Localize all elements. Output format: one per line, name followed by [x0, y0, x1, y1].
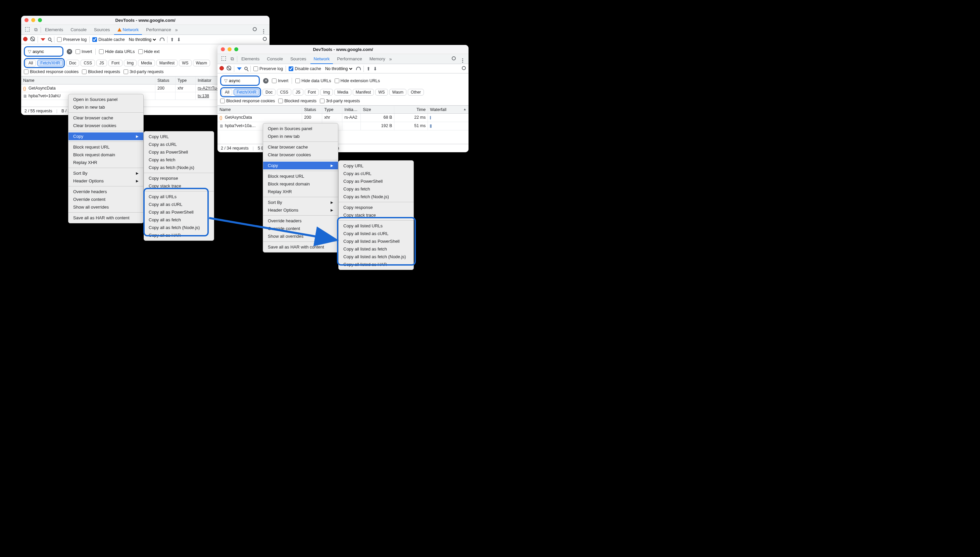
- upload-icon[interactable]: ⬆: [170, 37, 174, 42]
- menu-replay-xhr[interactable]: Replay XHR: [69, 159, 143, 166]
- menu-copy[interactable]: Copy▶: [69, 132, 143, 140]
- menu-clear-cache[interactable]: Clear browser cache: [69, 114, 143, 122]
- tab-performance[interactable]: Performance: [333, 54, 365, 64]
- clear-icon[interactable]: [30, 37, 35, 42]
- menu-open-new-tab[interactable]: Open in new tab: [69, 103, 143, 111]
- tab-memory[interactable]: Memory: [366, 54, 389, 64]
- menu-copy-curl[interactable]: Copy as cURL: [144, 140, 214, 148]
- col-size[interactable]: Size: [361, 106, 394, 113]
- clear-filter-icon[interactable]: ✕: [67, 49, 72, 54]
- record-icon[interactable]: [219, 66, 224, 72]
- menu-copy-fetch-node[interactable]: Copy as fetch (Node.js): [339, 193, 413, 200]
- menu-copy-response[interactable]: Copy response: [339, 204, 413, 211]
- titlebar[interactable]: DevTools - www.google.com/: [21, 16, 270, 25]
- menu-replay-xhr[interactable]: Replay XHR: [263, 188, 338, 195]
- settings-icon[interactable]: [450, 56, 458, 62]
- menu-save-har[interactable]: Save all as HAR with content: [69, 214, 143, 221]
- col-type[interactable]: Type: [322, 106, 342, 113]
- search-icon[interactable]: [48, 37, 51, 42]
- clear-filter-icon[interactable]: ✕: [263, 78, 268, 83]
- col-status[interactable]: Status: [155, 77, 176, 84]
- menu-header-options[interactable]: Header Options▶: [69, 177, 143, 185]
- chip-img[interactable]: Img: [124, 60, 137, 67]
- menu-copy-all-listed-fetch-node[interactable]: Copy all listed as fetch (Node.js): [339, 253, 413, 261]
- minimize-icon[interactable]: [227, 47, 232, 51]
- menu-show-overrides[interactable]: Show all overrides: [69, 203, 143, 211]
- col-status[interactable]: Status: [302, 106, 322, 113]
- download-icon[interactable]: ⬇: [177, 37, 181, 42]
- menu-copy-all-curl[interactable]: Copy all as cURL: [144, 200, 214, 208]
- chip-all[interactable]: All: [26, 60, 36, 67]
- tab-network[interactable]: Network: [114, 25, 142, 35]
- chip-manifest[interactable]: Manifest: [353, 89, 374, 96]
- menu-copy-url[interactable]: Copy URL: [339, 162, 413, 170]
- menu-copy-stack[interactable]: Copy stack trace: [339, 211, 413, 219]
- network-conditions-icon[interactable]: [356, 67, 361, 71]
- chip-font[interactable]: Font: [305, 89, 319, 96]
- chip-fetch-xhr[interactable]: Fetch/XHR: [234, 89, 260, 96]
- menu-clear-cache[interactable]: Clear browser cache: [263, 143, 338, 151]
- third-party-checkbox[interactable]: 3rd-party requests: [320, 99, 360, 103]
- device-icon[interactable]: ⧉: [32, 27, 40, 33]
- clear-icon[interactable]: [227, 66, 231, 72]
- preserve-log-checkbox[interactable]: Preserve log: [57, 37, 87, 42]
- menu-copy-all-listed-har[interactable]: Copy all listed as HAR: [339, 261, 413, 268]
- blocked-cookies-checkbox[interactable]: Blocked response cookies: [24, 69, 78, 74]
- hide-data-urls-checkbox[interactable]: Hide data URLs: [99, 49, 135, 54]
- menu-clear-cookies[interactable]: Clear browser cookies: [69, 122, 143, 129]
- tab-sources[interactable]: Sources: [91, 25, 113, 34]
- tab-sources[interactable]: Sources: [287, 54, 310, 64]
- maximize-icon[interactable]: [234, 47, 238, 51]
- menu-copy-all-fetch-node[interactable]: Copy all as fetch (Node.js): [144, 224, 214, 231]
- menu-open-sources[interactable]: Open in Sources panel: [69, 96, 143, 103]
- search-icon[interactable]: [244, 67, 248, 71]
- col-name[interactable]: Name: [217, 106, 302, 113]
- filter-toggle-icon[interactable]: [237, 67, 242, 71]
- menu-open-sources[interactable]: Open in Sources panel: [263, 125, 338, 132]
- chip-img[interactable]: Img: [320, 89, 333, 96]
- menu-override-content[interactable]: Override content: [69, 195, 143, 203]
- col-initiator[interactable]: Initia…: [342, 106, 361, 113]
- chip-js[interactable]: JS: [96, 60, 107, 67]
- tab-console[interactable]: Console: [67, 25, 90, 34]
- close-icon[interactable]: [221, 47, 225, 51]
- network-conditions-icon[interactable]: [160, 37, 165, 42]
- menu-copy-response[interactable]: Copy response: [144, 174, 214, 182]
- hide-data-urls-checkbox[interactable]: Hide data URLs: [296, 78, 331, 83]
- disable-cache-checkbox[interactable]: Disable cache: [289, 67, 321, 71]
- chip-ws[interactable]: WS: [179, 60, 191, 67]
- filter-toggle-icon[interactable]: [41, 37, 45, 42]
- menu-open-new-tab[interactable]: Open in new tab: [263, 132, 338, 140]
- initiator-link[interactable]: ts:138: [198, 94, 209, 98]
- menu-sort-by[interactable]: Sort By▶: [69, 169, 143, 177]
- menu-copy-all-har[interactable]: Copy all as HAR: [144, 231, 214, 239]
- hide-ext-urls-checkbox[interactable]: Hide ext: [138, 49, 160, 54]
- menu-block-url[interactable]: Block request URL: [69, 143, 143, 151]
- menu-block-domain[interactable]: Block request domain: [69, 151, 143, 159]
- minimize-icon[interactable]: [31, 18, 35, 22]
- menu-copy-all-listed-powershell[interactable]: Copy all listed as PowerShell: [339, 238, 413, 245]
- chip-media[interactable]: Media: [138, 60, 155, 67]
- menu-sort-by[interactable]: Sort By▶: [263, 199, 338, 206]
- menu-header-options[interactable]: Header Options▶: [263, 206, 338, 214]
- chip-css[interactable]: CSS: [80, 60, 95, 67]
- chip-font[interactable]: Font: [108, 60, 122, 67]
- chip-js[interactable]: JS: [292, 89, 304, 96]
- menu-override-headers[interactable]: Override headers: [69, 188, 143, 195]
- tab-elements[interactable]: Elements: [42, 25, 67, 34]
- more-tabs-icon[interactable]: »: [175, 27, 178, 33]
- table-row[interactable]: {}GetAsyncData 200 xhr rs-AA2 68 B 22 ms: [217, 114, 469, 122]
- col-waterfall[interactable]: Waterfall ▲: [428, 106, 469, 113]
- settings-icon[interactable]: [262, 36, 268, 42]
- throttling-select[interactable]: No throttling: [324, 66, 353, 72]
- chip-wasm[interactable]: Wasm: [389, 89, 407, 96]
- chip-css[interactable]: CSS: [277, 89, 291, 96]
- filter-input[interactable]: [33, 49, 59, 54]
- menu-copy-all-fetch[interactable]: Copy all as fetch: [144, 216, 214, 224]
- inspect-icon[interactable]: [219, 56, 227, 62]
- chip-doc[interactable]: Doc: [263, 89, 276, 96]
- chip-doc[interactable]: Doc: [66, 60, 79, 67]
- invert-checkbox[interactable]: Invert: [272, 78, 288, 83]
- col-type[interactable]: Type: [176, 77, 196, 84]
- blocked-requests-checkbox[interactable]: Blocked requests: [278, 99, 317, 103]
